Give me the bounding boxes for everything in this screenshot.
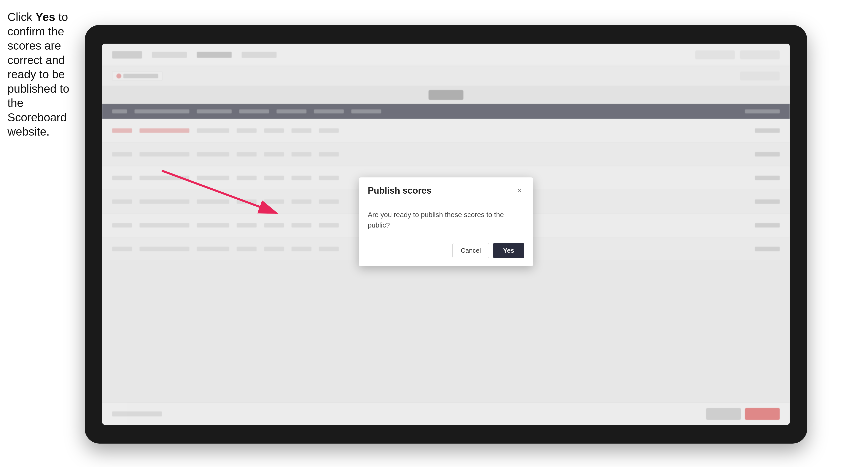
dialog-footer: Cancel Yes [359,238,533,266]
dialog-title: Publish scores [368,185,432,196]
dialog-close-button[interactable]: × [515,186,524,195]
tablet-device: Publish scores × Are you ready to publis… [85,25,807,443]
dialog-overlay: Publish scores × Are you ready to publis… [102,43,790,425]
dialog-body: Are you ready to publish these scores to… [359,202,533,238]
dialog-header: Publish scores × [359,178,533,202]
instruction-text: Click Yes to confirm the scores are corr… [7,10,80,139]
publish-dialog: Publish scores × Are you ready to publis… [359,178,533,266]
yes-button[interactable]: Yes [493,243,524,258]
instruction-bold: Yes [35,10,55,24]
dialog-message: Are you ready to publish these scores to… [368,211,504,229]
instruction-text-part1: Click [7,10,35,24]
instruction-text-part2: to confirm the scores are correct and re… [7,10,69,138]
cancel-button[interactable]: Cancel [453,243,489,258]
tablet-screen: Publish scores × Are you ready to publis… [102,43,790,425]
